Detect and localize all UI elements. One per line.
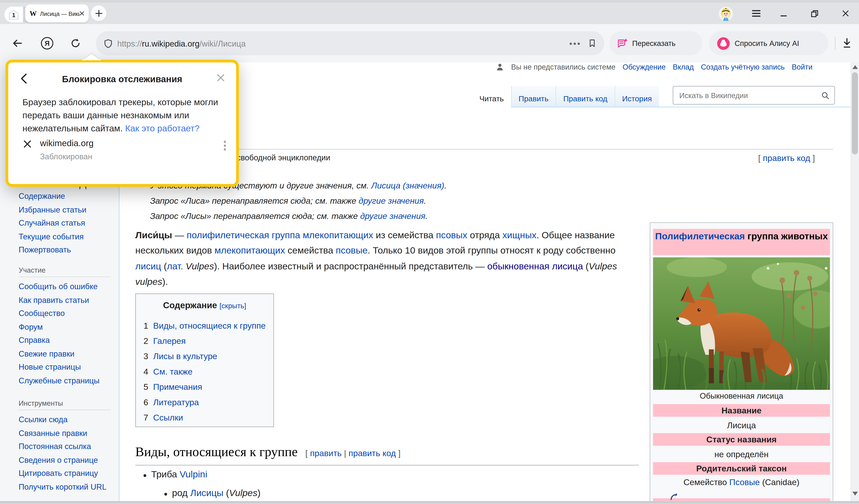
lead-line-3: лисиц (лат. Vulpes). Наиболее известный …	[135, 261, 617, 272]
yandex-button[interactable]: Я	[41, 37, 54, 52]
downloads-button[interactable]	[841, 37, 852, 51]
blocked-item-menu[interactable]	[224, 140, 226, 153]
menu-button[interactable]	[752, 3, 761, 24]
popup-close-button[interactable]	[216, 73, 225, 85]
toc-item-5[interactable]: 5Примечания	[144, 380, 273, 395]
browser-window: 1 W Лисица — Википедия	[0, 0, 859, 504]
taxobox-row-value-status: не определён	[653, 448, 830, 460]
tab-group-badge[interactable]: 1	[4, 7, 23, 22]
tab-history[interactable]: История	[614, 86, 659, 107]
section-edit-links[interactable]: [ править | править код ]	[305, 448, 401, 458]
toc-hide-link[interactable]: [скрыть]	[220, 302, 246, 310]
fox-photo[interactable]	[653, 257, 830, 390]
table-of-contents: Содержание [скрыть] 1Виды, относящиеся к…	[135, 293, 274, 427]
personal-link-contributions[interactable]: Вклад	[673, 63, 694, 71]
sidebar-item-donate[interactable]: Пожертвовать	[19, 245, 111, 254]
sidebar-item-current-events[interactable]: Текущие события	[19, 232, 111, 241]
how-it-works-link[interactable]: Как это работает?	[125, 123, 199, 133]
taxobox-row-header-status: Статус названия	[653, 433, 830, 446]
sidebar-item-recent-changes[interactable]: Свежие правки	[19, 349, 111, 358]
minimize-button[interactable]	[780, 3, 787, 24]
retell-button[interactable]: Пересказать	[609, 31, 703, 55]
sidebar-item-new-pages[interactable]: Новые страницы	[19, 363, 111, 371]
close-window-button[interactable]	[842, 3, 849, 24]
tab-read[interactable]: Читать	[472, 86, 511, 107]
shield-icon[interactable]	[104, 39, 113, 48]
sidebar-item-help[interactable]: Справка	[19, 336, 111, 345]
user-silhouette-icon	[496, 63, 504, 71]
toc-item-6[interactable]: 6Литература	[144, 395, 273, 410]
address-bar[interactable]: https://ru.wikipedia.org/wiki/Лисица •••	[96, 31, 604, 55]
personal-link-talk[interactable]: Обсуждение	[622, 63, 666, 71]
svg-text:Я: Я	[45, 40, 50, 47]
blocked-item-remove-icon[interactable]	[23, 140, 32, 151]
sidebar-item-contents[interactable]: Содержание	[19, 192, 111, 200]
close-icon	[842, 10, 849, 17]
sidebar-navigation: Содержание Избранные статьи Случайная ст…	[19, 192, 111, 259]
page-views-tabs: Читать Править Править код История	[472, 86, 659, 107]
window-frame-top	[0, 0, 859, 3]
new-tab-button[interactable]	[91, 5, 106, 21]
minimize-icon	[780, 10, 787, 17]
bullet-dot	[144, 474, 146, 476]
avatar[interactable]	[719, 3, 733, 24]
sidebar-item-permanent-link[interactable]: Постоянная ссылка	[19, 442, 111, 451]
wikipedia-favicon: W	[30, 9, 37, 18]
toc-item-4[interactable]: 4См. также	[144, 364, 273, 379]
tab-title: Лисица — Википедия	[40, 10, 79, 17]
toc-item-3[interactable]: 3Лисы в культуре	[144, 349, 273, 364]
bullet-item-1: Триба Vulpini	[151, 469, 207, 480]
sidebar-item-cite-page[interactable]: Цитировать страницу	[19, 469, 111, 478]
search-input[interactable]	[678, 91, 821, 100]
url-text[interactable]: https://ru.wikipedia.org/wiki/Лисица	[117, 39, 569, 48]
tab-close-icon[interactable]	[79, 11, 85, 16]
tab-edit[interactable]: Править	[511, 86, 556, 107]
not-logged-in-text: Вы не представились системе	[511, 63, 616, 71]
sidebar-heading-participation: Участие	[19, 266, 111, 274]
close-icon	[216, 73, 225, 82]
personal-link-login[interactable]: Войти	[792, 63, 812, 71]
lead-line-2: нескольких видов млекопитающих семейства…	[135, 245, 616, 256]
sidebar-item-community[interactable]: Сообщество	[19, 309, 111, 318]
scrollbar-down-arrow[interactable]	[852, 492, 858, 495]
sidebar-item-what-links-here[interactable]: Ссылки сюда	[19, 415, 111, 424]
more-actions-icon[interactable]: •••	[569, 39, 581, 48]
reload-button[interactable]	[70, 38, 81, 51]
sidebar-item-short-url[interactable]: Получить короткий URL	[19, 482, 111, 491]
sidebar-item-featured[interactable]: Избранные статьи	[19, 205, 111, 214]
browser-tab[interactable]: W Лисица — Википедия	[25, 4, 89, 22]
personal-link-create-account[interactable]: Создать учётную запись	[701, 63, 785, 71]
popup-caret	[81, 52, 102, 62]
sidebar-item-how-to-edit[interactable]: Как править статьи	[19, 295, 111, 304]
back-button[interactable]	[12, 39, 22, 50]
sidebar-item-page-info[interactable]: Сведения о странице	[19, 455, 111, 464]
wiki-search-box[interactable]	[673, 86, 835, 105]
maximize-button[interactable]	[811, 3, 818, 24]
lead-line-1: Лиси́цы — полифилетическая группа млекоп…	[135, 230, 615, 241]
toc-item-2[interactable]: 2Галерея	[144, 334, 273, 349]
divider	[19, 276, 111, 277]
search-icon[interactable]	[821, 91, 829, 100]
bookmark-icon[interactable]	[588, 39, 597, 48]
edit-source-top-link[interactable]: [ править код ]	[758, 153, 815, 163]
sidebar-item-report-error[interactable]: Сообщить об ошибке	[19, 282, 111, 291]
kebab-menu-icon	[224, 140, 226, 151]
reload-icon	[70, 38, 81, 49]
user-avatar-icon	[719, 6, 733, 20]
bullet-dot	[164, 493, 167, 495]
sidebar-item-forum[interactable]: Форум	[19, 322, 111, 331]
sidebar-item-special-pages[interactable]: Служебные страницы	[19, 376, 111, 385]
sidebar-item-random[interactable]: Случайная статья	[19, 218, 111, 227]
toc-title: Содержание	[163, 301, 217, 310]
taxobox-row-value-name: Лисица	[653, 419, 830, 431]
scrollbar-thumb[interactable]	[852, 72, 858, 155]
taxobox-header: Полифилетическая группа животных	[653, 229, 830, 255]
tab-edit-source[interactable]: Править код	[556, 86, 614, 107]
section-underline	[135, 465, 639, 465]
scrollbar-up-arrow[interactable]	[852, 65, 858, 69]
toc-item-7[interactable]: 7Ссылки	[144, 410, 273, 425]
sidebar-item-related-changes[interactable]: Связанные правки	[19, 428, 111, 437]
x-icon	[23, 140, 32, 149]
ask-alice-button[interactable]: Спросить Алису AI	[709, 31, 828, 55]
toc-item-1[interactable]: 1Виды, относящиеся к группе	[144, 318, 273, 333]
